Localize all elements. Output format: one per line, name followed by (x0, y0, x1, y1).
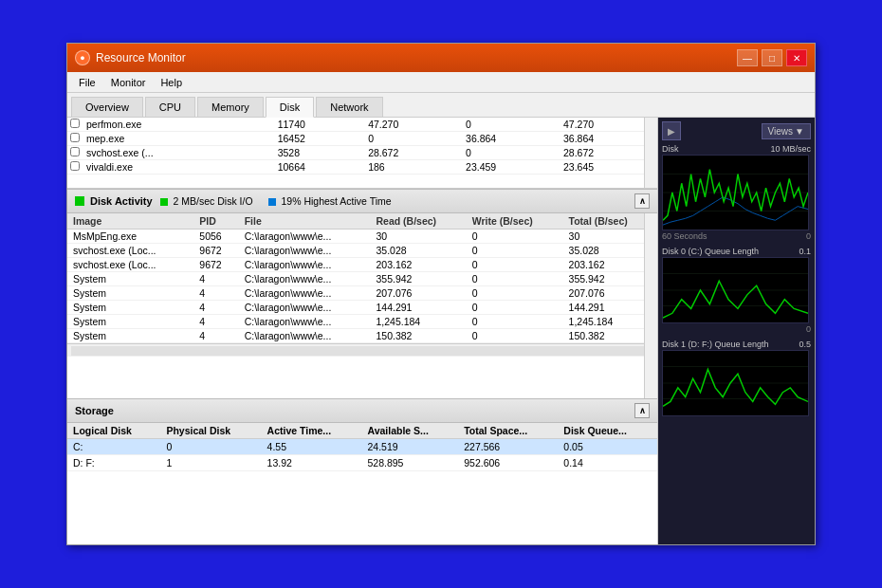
s-active: 13.92 (262, 455, 362, 471)
col-write: Write (B/sec) (467, 213, 563, 230)
s-total: 227.566 (458, 439, 558, 455)
menu-help[interactable]: Help (153, 75, 190, 90)
da-write: 0 (467, 244, 563, 258)
disk0-label: Disk 0 (C:) Queue Length 0.1 (662, 247, 811, 256)
storage-row[interactable]: D: F: 1 13.92 528.895 952.606 0.14 (67, 455, 657, 471)
proc-write: 36.864 (462, 132, 560, 146)
da-pid: 4 (193, 315, 238, 329)
proc-total: 28.672 (560, 146, 657, 160)
disk-activity-header[interactable]: Disk Activity 2 MB/sec Disk I/O 19% High… (67, 189, 657, 213)
title-bar: ● Resource Monitor — □ ✕ (67, 44, 815, 72)
tabs-bar: Overview CPU Memory Disk Network (67, 93, 815, 118)
menu-monitor[interactable]: Monitor (103, 75, 154, 90)
da-pid: 4 (193, 329, 238, 343)
col-image: Image (67, 213, 193, 230)
tab-cpu[interactable]: CPU (145, 97, 195, 117)
da-file: C:\laragon\www\e... (239, 272, 371, 286)
proc-total: 36.864 (560, 132, 657, 146)
da-write: 0 (467, 230, 563, 244)
storage-collapse[interactable]: ∧ (634, 403, 650, 418)
views-button[interactable]: Views ▼ (762, 123, 811, 139)
window-title: Resource Monitor (96, 51, 737, 64)
menu-file[interactable]: File (71, 75, 103, 90)
disk-row[interactable]: System 4 C:\laragon\www\e... 1,245.184 0… (67, 315, 657, 329)
disk1-svg (663, 351, 808, 415)
col-pid: PID (193, 213, 238, 230)
window-controls: — □ ✕ (737, 49, 807, 66)
proc-pid: 3528 (274, 146, 364, 160)
da-read: 30 (370, 230, 466, 244)
da-read: 35.028 (370, 244, 466, 258)
storage-row[interactable]: C: 0 4.55 24.519 227.566 0.05 (67, 439, 657, 455)
da-image: svchost.exe (Loc... (67, 258, 193, 272)
row-checkbox[interactable] (67, 132, 83, 146)
proc-pid: 11740 (274, 118, 364, 132)
row-checkbox[interactable] (67, 146, 83, 160)
maximize-button[interactable]: □ (762, 49, 782, 66)
disk-row[interactable]: System 4 C:\laragon\www\e... 207.076 0 2… (67, 286, 657, 301)
scroll-track (71, 346, 653, 356)
da-pid: 4 (193, 286, 238, 301)
da-image: System (67, 301, 193, 315)
proc-pid: 10664 (274, 160, 364, 175)
tab-memory[interactable]: Memory (197, 97, 264, 117)
da-file: C:\laragon\www\e... (239, 301, 371, 315)
s-active: 4.55 (262, 439, 362, 455)
da-read: 144.291 (370, 301, 466, 315)
process-row[interactable]: svchost.exe (... 3528 28.672 0 28.672 (67, 146, 657, 160)
disk-graph-container: Disk 10 MB/sec (662, 144, 811, 241)
storage-header[interactable]: Storage ∧ (67, 398, 657, 423)
da-pid: 5056 (193, 230, 238, 244)
storage-container: Logical Disk Physical Disk Active Time..… (67, 423, 657, 544)
process-row[interactable]: perfmon.exe 11740 47.270 0 47.270 (67, 118, 657, 132)
storage-label: Storage (75, 405, 114, 416)
s-physical: 0 (160, 439, 261, 455)
da-read: 203.162 (370, 258, 466, 272)
disk-graph-canvas (662, 155, 809, 230)
s-logical: D: F: (67, 455, 160, 471)
row-checkbox[interactable] (67, 118, 83, 132)
disk-row[interactable]: MsMpEng.exe 5056 C:\laragon\www\e... 30 … (67, 230, 657, 244)
da-read: 207.076 (370, 286, 466, 301)
disk-row[interactable]: System 4 C:\laragon\www\e... 150.382 0 1… (67, 329, 657, 343)
da-write: 0 (467, 258, 563, 272)
s-col-physical: Physical Disk (160, 423, 261, 439)
process-row[interactable]: vivaldi.exe 10664 186 23.459 23.645 (67, 160, 657, 175)
s-col-queue: Disk Queue... (558, 423, 657, 439)
s-col-logical: Logical Disk (67, 423, 160, 439)
da-image: System (67, 329, 193, 343)
proc-write: 0 (462, 146, 560, 160)
disk-scrollbar[interactable] (644, 213, 657, 398)
disk-stat2: 19% Highest Active Time (268, 195, 392, 207)
minimize-button[interactable]: — (737, 49, 758, 66)
close-button[interactable]: ✕ (786, 49, 807, 66)
process-row[interactable]: mep.exe 16452 0 36.864 36.864 (67, 132, 657, 146)
proc-total: 23.645 (560, 160, 657, 175)
proc-name: svchost.exe (... (83, 146, 274, 160)
da-read: 150.382 (370, 329, 466, 343)
disk-row[interactable]: System 4 C:\laragon\www\e... 144.291 0 1… (67, 301, 657, 315)
disk0-graph-canvas (662, 257, 809, 323)
tab-network[interactable]: Network (316, 97, 382, 117)
disk-activity-collapse[interactable]: ∧ (634, 193, 650, 209)
da-write: 0 (467, 272, 563, 286)
disk-row[interactable]: System 4 C:\laragon\www\e... 355.942 0 3… (67, 272, 657, 286)
row-checkbox[interactable] (67, 160, 83, 175)
tab-disk[interactable]: Disk (266, 97, 314, 118)
disk-stat1: 2 MB/sec Disk I/O (160, 195, 253, 207)
proc-name: perfmon.exe (83, 118, 274, 132)
da-write: 0 (467, 301, 563, 315)
da-image: System (67, 286, 193, 301)
disk0-graph-container: Disk 0 (C:) Queue Length 0.1 0 (662, 245, 811, 334)
da-write: 0 (467, 286, 563, 301)
disk-row[interactable]: svchost.exe (Loc... 9672 C:\laragon\www\… (67, 244, 657, 258)
disk-scrollbar-bottom[interactable] (67, 343, 657, 357)
scrollbar-right[interactable] (644, 118, 657, 188)
tab-overview[interactable]: Overview (71, 97, 143, 117)
disk0-svg (663, 258, 808, 322)
proc-name: vivaldi.exe (83, 160, 274, 175)
da-write: 0 (467, 315, 563, 329)
nav-button[interactable]: ▶ (662, 121, 681, 140)
disk-row[interactable]: svchost.exe (Loc... 9672 C:\laragon\www\… (67, 258, 657, 272)
da-file: C:\laragon\www\e... (239, 286, 371, 301)
